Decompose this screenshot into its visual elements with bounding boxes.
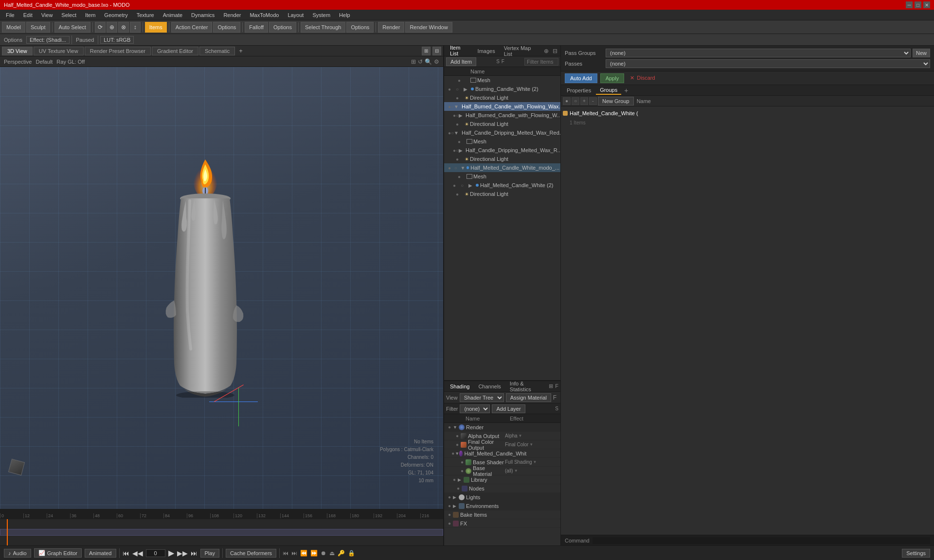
- apply-btn[interactable]: Apply: [600, 73, 625, 83]
- il-icon-2[interactable]: ⊟: [552, 47, 558, 55]
- eye-icon[interactable]: ●: [451, 477, 458, 482]
- eye-icon[interactable]: ●: [454, 433, 461, 438]
- shd-icon2[interactable]: F: [555, 383, 558, 389]
- eye-icon[interactable]: ●: [455, 486, 462, 491]
- il-tab-images[interactable]: Images: [474, 47, 499, 55]
- eye-icon[interactable]: ●: [456, 157, 464, 162]
- transport-icon5[interactable]: ⏺: [321, 550, 326, 557]
- eye-icon[interactable]: ●: [456, 122, 464, 127]
- render-btn[interactable]: Render: [378, 22, 404, 33]
- expand-icon[interactable]: ▼: [453, 425, 459, 430]
- expand-icon[interactable]: ▶: [458, 477, 464, 482]
- eye-icon[interactable]: ●: [446, 494, 453, 500]
- list-item[interactable]: ● ☀ Directional Light: [444, 93, 560, 102]
- add-tab-btn[interactable]: +: [236, 46, 246, 55]
- timeline-track[interactable]: [0, 519, 443, 545]
- graph-editor-btn[interactable]: 📈 Graph Editor: [34, 548, 82, 558]
- cache-deformers-btn[interactable]: Cache Deformers: [226, 549, 276, 558]
- auto-add-btn[interactable]: Auto Add: [565, 73, 597, 83]
- eye-icon[interactable]: ●: [446, 521, 453, 526]
- timeline-playhead[interactable]: [7, 519, 8, 545]
- shader-item-half-melted[interactable]: ● ▼ Half_Melted_Candle_Whit: [444, 449, 560, 458]
- dropdown-arrow[interactable]: ▼: [533, 460, 537, 464]
- st-options-btn[interactable]: Options: [346, 22, 374, 33]
- menu-edit[interactable]: Edit: [19, 11, 36, 19]
- sculpt-btn[interactable]: Sculpt: [26, 22, 50, 33]
- groups-content[interactable]: Half_Melted_Candle_White ( 1 Items: [561, 106, 934, 535]
- tab-schematic[interactable]: Schematic: [199, 47, 235, 55]
- shader-content[interactable]: ● ▼ Render ● Alpha Output Alpha ▼: [444, 423, 560, 545]
- eye-icon[interactable]: ●: [456, 95, 464, 101]
- props-tab[interactable]: Properties: [563, 87, 595, 94]
- menu-layout[interactable]: Layout: [284, 11, 307, 19]
- ng-minus-btn[interactable]: -: [589, 97, 597, 105]
- filter-none-select[interactable]: (none): [460, 404, 490, 413]
- toolbar-icon-2[interactable]: ⊕: [107, 22, 117, 33]
- transport-icon4[interactable]: ⏩: [310, 550, 318, 557]
- minimize-btn[interactable]: ─: [906, 1, 913, 8]
- shader-view-select[interactable]: Shader Tree: [460, 393, 504, 402]
- tab-uv-texture[interactable]: UV Texture View: [34, 47, 84, 55]
- groups-tab[interactable]: Groups: [596, 86, 621, 95]
- item-list-content[interactable]: ● Mesh ● ○ ▶ Burning_Candle_White (2) ● …: [444, 76, 560, 380]
- menu-render[interactable]: Render: [219, 11, 245, 19]
- transport-icon2[interactable]: ⏭: [291, 550, 297, 557]
- shader-item-lights[interactable]: ● ▶ Lights: [444, 493, 560, 502]
- shader-item-base-material[interactable]: ● Base Material (all) ▼: [444, 467, 560, 475]
- pass-groups-select[interactable]: (none): [606, 49, 911, 57]
- vp-hdr-icon3[interactable]: 🔍: [425, 58, 432, 65]
- transport-icon3[interactable]: ⏪: [300, 550, 307, 557]
- action-options-btn[interactable]: Options: [213, 22, 240, 33]
- prev-begin-btn[interactable]: ⏮: [123, 549, 129, 557]
- menu-dynamics[interactable]: Dynamics: [187, 11, 218, 19]
- eye-icon[interactable]: ●: [459, 459, 466, 465]
- menu-help[interactable]: Help: [335, 11, 354, 19]
- menu-texture[interactable]: Texture: [133, 11, 158, 19]
- dropdown-arrow[interactable]: ▼: [514, 469, 518, 473]
- falloff-options-btn[interactable]: Options: [269, 22, 296, 33]
- lock-icon[interactable]: ○: [461, 183, 468, 188]
- expand-icon[interactable]: ▶: [459, 148, 463, 153]
- toolbar-icon-1[interactable]: ⟳: [95, 22, 106, 33]
- animated-btn[interactable]: Animated: [85, 549, 116, 558]
- maximize-btn[interactable]: □: [915, 1, 921, 8]
- list-item[interactable]: ● Mesh: [444, 137, 560, 146]
- shd-tab-shading[interactable]: Shading: [446, 383, 473, 390]
- shader-item-render[interactable]: ● ▼ Render: [444, 423, 560, 432]
- view-cube[interactable]: [10, 460, 29, 480]
- select-through-btn[interactable]: Select Through: [301, 22, 345, 33]
- add-layer-btn[interactable]: Add Layer: [492, 404, 525, 413]
- lock-icon[interactable]: ○: [454, 165, 461, 171]
- items-btn[interactable]: Items: [145, 22, 167, 33]
- list-item[interactable]: ● ○ ▶ Half_Candle_Dripping_Melted_Wax_R.…: [444, 146, 560, 155]
- list-item[interactable]: ● ☀ Directional Light: [444, 155, 560, 163]
- dropdown-arrow[interactable]: ▼: [519, 434, 522, 438]
- ng-lock-btn[interactable]: ○: [572, 97, 579, 105]
- ng-eye-btn[interactable]: ●: [563, 97, 571, 105]
- discard-btn[interactable]: ✕ Discard: [627, 73, 658, 83]
- menu-maxtomodo[interactable]: MaxToModo: [246, 11, 283, 19]
- expand-icon[interactable]: ▶: [453, 504, 459, 508]
- toolbar-icon-4[interactable]: ↕: [130, 22, 141, 33]
- eye-icon[interactable]: ●: [451, 451, 455, 456]
- falloff-btn[interactable]: Falloff: [245, 22, 268, 33]
- il-tab-vertex-map[interactable]: Vertex Map List: [500, 46, 542, 58]
- menu-view[interactable]: View: [37, 11, 57, 19]
- ng-plus-btn[interactable]: +: [580, 97, 588, 105]
- model-btn[interactable]: Model: [2, 22, 25, 33]
- prev-btn[interactable]: ◀◀: [132, 549, 143, 557]
- tab-render-preset[interactable]: Render Preset Browser: [85, 47, 151, 55]
- list-item[interactable]: ● ○ ▶ Half_Burned_Candle_with_Flowing_W.…: [444, 111, 560, 120]
- command-input[interactable]: [593, 537, 930, 544]
- eye-icon[interactable]: ●: [458, 78, 466, 83]
- menu-animate[interactable]: Animate: [159, 11, 186, 19]
- expand-icon[interactable]: ▶: [459, 113, 463, 118]
- audio-btn[interactable]: ♪ Audio: [4, 549, 31, 558]
- list-item[interactable]: ● ○ ▼ Half_Burned_Candle_with_Flowing_Wa…: [444, 102, 560, 111]
- passes-select[interactable]: (none): [606, 59, 930, 68]
- expand-icon[interactable]: ▼: [455, 451, 459, 456]
- play-label-btn[interactable]: Play: [200, 549, 219, 558]
- il-icon-1[interactable]: ⊕: [543, 47, 550, 55]
- vp-hdr-icon1[interactable]: ⊞: [411, 58, 416, 65]
- list-item[interactable]: ● ○ ▼ Half_Melted_Candle_White_modo_...: [444, 163, 560, 172]
